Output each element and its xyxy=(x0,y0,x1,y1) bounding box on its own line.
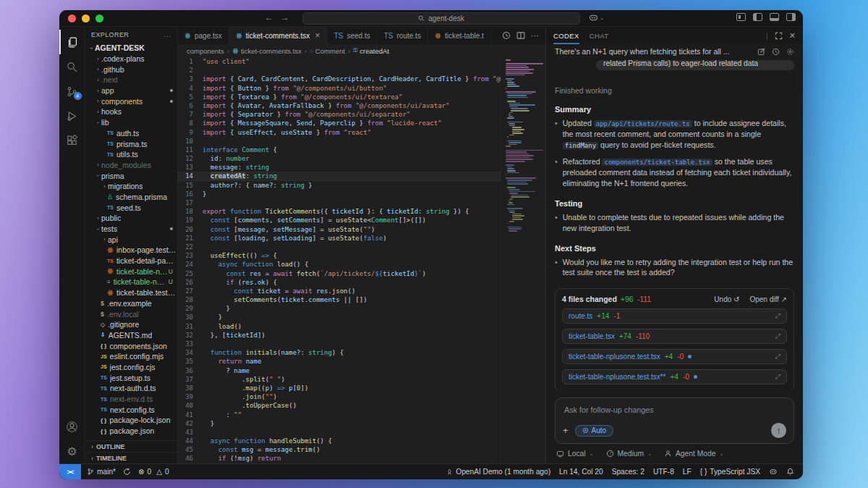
code-editor[interactable]: 1"use client"23import { Card, CardConten… xyxy=(178,57,501,463)
tree-item[interactable]: JSjest.config.cjs xyxy=(85,362,177,373)
sync-button[interactable] xyxy=(123,468,131,476)
nav-back-icon[interactable]: ← xyxy=(265,12,273,22)
breadcrumb-item[interactable]: ticket-comments.tsx xyxy=(232,47,302,55)
tree-item[interactable]: ›.next xyxy=(85,75,177,85)
tree-item[interactable]: ›lib xyxy=(85,117,177,128)
history-icon[interactable] xyxy=(502,31,511,40)
cursor-position[interactable]: Ln 14, Col 20 xyxy=(559,468,603,476)
copilot-menu[interactable]: ⌄ xyxy=(589,13,604,22)
tab-codex[interactable]: CODEX xyxy=(553,27,579,44)
expand-diff-icon[interactable]: ⤢ xyxy=(775,312,780,320)
tree-item[interactable]: inbox-page.test.tsx xyxy=(85,245,177,256)
more-actions-icon[interactable]: ⋯ xyxy=(531,31,540,41)
search-activity-icon[interactable] xyxy=(59,54,85,79)
changed-file-row[interactable]: route.ts+14-1⤢ xyxy=(562,308,787,324)
tree-item[interactable]: schema.prisma xyxy=(85,192,177,203)
followup-input[interactable]: Ask for follow-up changes + Auto ↑ xyxy=(555,397,794,444)
timeline-section[interactable]: › TIMELINE xyxy=(85,452,177,463)
undo-button[interactable]: Undo ↺ xyxy=(714,295,739,303)
customize-layout-icon[interactable] xyxy=(736,13,746,21)
tree-item[interactable]: { }components.json xyxy=(85,340,177,351)
toggle-primary-sidebar-icon[interactable] xyxy=(753,13,762,21)
tree-item[interactable]: ›api xyxy=(85,234,177,245)
maximize-panel-icon[interactable] xyxy=(775,32,783,40)
tree-item[interactable]: TSticket-detail-page.te... xyxy=(85,256,177,266)
close-tab-icon[interactable]: ✕ xyxy=(315,32,320,39)
tree-item[interactable]: { }package-lock.json xyxy=(85,415,177,426)
deployment-status[interactable]: OpenAI Demo (1 month ago) xyxy=(446,468,550,476)
tree-item[interactable]: TSnext-auth.d.ts xyxy=(85,383,177,394)
tree-item[interactable]: ›migrations xyxy=(85,181,177,192)
breadcrumb-item[interactable]: ◌Comment xyxy=(310,47,345,55)
tree-item[interactable]: { }package.json xyxy=(85,426,177,437)
settings-gear-icon[interactable]: ⚙ xyxy=(59,439,85,463)
tree-item[interactable]: ›prisma xyxy=(85,170,177,181)
tree-item[interactable]: TSjest.setup.ts xyxy=(85,372,177,383)
changed-file-name[interactable]: ticket-table-nplusone.test.tsx xyxy=(569,353,660,361)
tree-item[interactable]: TSprisma.ts xyxy=(85,138,177,149)
notifications-bell-icon[interactable] xyxy=(786,468,794,476)
editor-tab[interactable]: ticket-comments.tsx✕ xyxy=(229,27,328,44)
thread-title[interactable]: There's an N+1 query when fetching ticke… xyxy=(555,47,752,56)
breadcrumb[interactable]: components›ticket-comments.tsx›◌Comment›… xyxy=(178,44,545,57)
toggle-secondary-sidebar-icon[interactable] xyxy=(786,13,796,21)
tree-item[interactable]: TSnext-env.d.ts xyxy=(85,394,177,405)
split-editor-icon[interactable] xyxy=(516,31,525,40)
tree-item[interactable]: ticket-table.test.tsx xyxy=(85,287,177,298)
nav-forward-icon[interactable]: → xyxy=(281,12,289,22)
tree-item[interactable]: TSutils.ts xyxy=(85,149,177,160)
git-branch-status[interactable]: main* xyxy=(87,468,116,476)
breadcrumb-item[interactable]: ⚿createdAt xyxy=(353,47,389,55)
mode-selector-agent-mode[interactable]: Agent Mode⌄ xyxy=(664,450,723,458)
changed-file-name[interactable]: route.ts xyxy=(569,312,592,320)
explorer-more-actions-icon[interactable]: ... xyxy=(163,31,171,38)
maximize-window-button[interactable] xyxy=(95,14,103,22)
account-icon[interactable] xyxy=(59,414,85,439)
command-center-search[interactable]: agent-desk xyxy=(302,12,580,25)
tree-item[interactable]: ›.codex-plans xyxy=(85,54,177,64)
encoding-status[interactable]: UTF-8 xyxy=(653,468,674,476)
tree-item[interactable]: TSnext.config.ts xyxy=(85,404,177,415)
file-link-chip[interactable]: components/ticket-table.tsx xyxy=(602,159,712,166)
eol-status[interactable]: LF xyxy=(683,468,692,476)
changed-file-row[interactable]: ticket-table-nplusone.test.tsx+4-0⤢ xyxy=(562,349,787,364)
language-mode[interactable]: { }TypeScript JSX xyxy=(700,468,760,476)
tree-item[interactable]: ›app xyxy=(85,85,177,96)
tree-item[interactable]: TSseed.ts xyxy=(85,202,177,213)
remote-indicator[interactable]: >< xyxy=(59,464,81,480)
tree-item[interactable]: ›hooks xyxy=(85,106,177,117)
tree-item[interactable]: ›.github xyxy=(85,64,177,75)
editor-tab[interactable]: page.tsx xyxy=(178,27,229,44)
mode-selector-medium[interactable]: Medium⌄ xyxy=(606,450,652,458)
tree-item[interactable]: $.env.local xyxy=(85,308,177,319)
editor-tab[interactable]: TSseed.ts xyxy=(328,27,378,44)
send-button[interactable]: ↑ xyxy=(771,423,786,438)
explorer-activity-icon[interactable] xyxy=(59,30,85,54)
breadcrumb-item[interactable]: components xyxy=(187,47,224,55)
file-link-chip[interactable]: app/api/tickets/route.ts xyxy=(594,120,692,127)
chat-scroll-area[interactable]: related Prisma calls) to eager-load rela… xyxy=(546,59,803,390)
auto-model-pill[interactable]: Auto xyxy=(575,425,614,437)
tree-item[interactable]: ◇.gitignore xyxy=(85,319,177,330)
editor-tab[interactable]: TSroute.ts xyxy=(378,27,428,44)
toggle-panel-icon[interactable] xyxy=(770,13,779,21)
expand-diff-icon[interactable]: ⤢ xyxy=(775,353,780,361)
problems-status[interactable]: ⊗0 △0 xyxy=(138,468,169,476)
source-control-activity-icon[interactable]: 4 xyxy=(59,79,85,104)
expand-diff-icon[interactable]: ⤢ xyxy=(775,373,780,381)
tree-item[interactable]: ›tests xyxy=(85,224,177,235)
tree-item[interactable]: $.env.example xyxy=(85,298,177,309)
outline-section[interactable]: › OUTLINE xyxy=(85,440,177,452)
close-window-button[interactable] xyxy=(68,14,76,22)
new-chat-icon[interactable] xyxy=(757,48,765,56)
tree-item[interactable]: ›node_modules xyxy=(85,160,177,171)
tree-root[interactable]: › AGENT-DESK xyxy=(85,43,177,54)
expand-diff-icon[interactable]: ⤢ xyxy=(775,332,780,340)
minimap[interactable] xyxy=(501,57,545,463)
mode-selector-local[interactable]: Local⌄ xyxy=(556,450,594,458)
tree-item[interactable]: JSeslint.config.mjs xyxy=(85,351,177,362)
tree-item[interactable]: ›public xyxy=(85,213,177,224)
attach-button[interactable]: + xyxy=(563,425,569,436)
minimize-window-button[interactable] xyxy=(82,14,90,22)
copilot-status-icon[interactable] xyxy=(769,468,778,476)
